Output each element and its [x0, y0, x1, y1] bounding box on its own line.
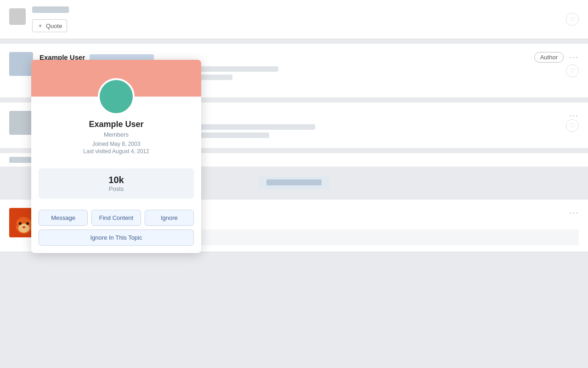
popup-actions: Message Find Content Ignore Ignore In Th… [31, 204, 201, 253]
popup-stats: 10k Posts [39, 168, 194, 199]
popup-posts-label: Posts [45, 185, 187, 192]
ignore-topic-button[interactable]: Ignore In This Topic [39, 230, 194, 246]
popup-username[interactable]: Example User [40, 120, 192, 129]
popup-role: Members [40, 131, 192, 138]
popup-posts-count: 10k [45, 175, 187, 185]
ignore-button[interactable]: Ignore [145, 210, 194, 226]
popup-last-visited: Last visited August 4, 2012 [40, 148, 192, 155]
popup-actions-row-1: Message Find Content Ignore [39, 210, 194, 226]
popup-avatar[interactable] [98, 78, 135, 115]
popup-joined: Joined May 8, 2003 [40, 141, 192, 147]
find-content-button[interactable]: Find Content [91, 210, 141, 226]
profile-popup: Example User Members Joined May 8, 2003 … [31, 60, 201, 253]
popup-banner [31, 60, 201, 97]
message-button[interactable]: Message [39, 210, 88, 226]
